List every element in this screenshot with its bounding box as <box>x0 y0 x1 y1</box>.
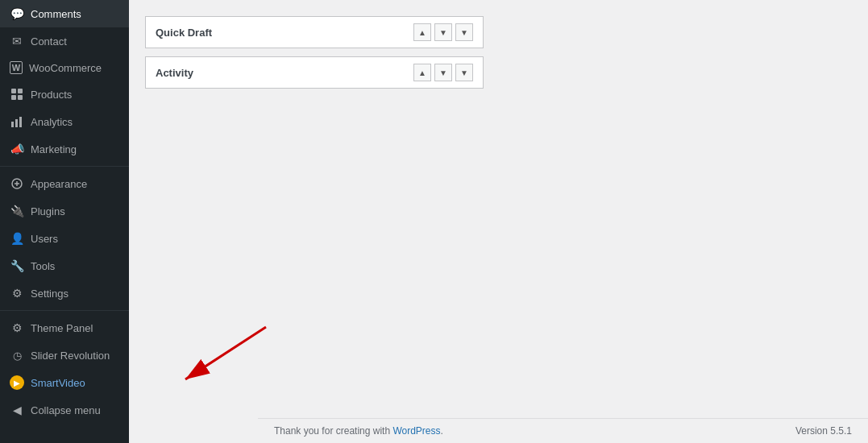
sidebar-item-label: Products <box>31 89 72 101</box>
sidebar-item-settings[interactable]: ⚙ Settings <box>0 279 129 307</box>
sidebar-item-appearance[interactable]: Appearance <box>0 170 129 197</box>
footer: Thank you for creating with WordPress. V… <box>258 418 868 443</box>
theme-panel-icon: ⚙ <box>10 321 24 335</box>
main-content: Quick Draft ▲ ▼ ▼ Activity ▲ ▼ ▼ Thank <box>129 0 868 443</box>
sidebar-item-plugins[interactable]: 🔌 Plugins <box>0 197 129 225</box>
comments-icon: 💬 <box>10 6 24 21</box>
annotation-arrow <box>169 319 274 395</box>
sidebar-item-slider-revolution[interactable]: ◷ Slider Revolution <box>0 342 129 369</box>
svg-rect-3 <box>18 95 23 100</box>
sidebar-item-products[interactable]: Products <box>0 81 129 108</box>
sidebar-item-label: Theme Panel <box>31 322 93 334</box>
appearance-icon <box>10 176 24 191</box>
plugins-icon: 🔌 <box>10 204 24 218</box>
sidebar: 💬 Comments ✉ Contact W WooCommerce Produ… <box>0 0 129 443</box>
smart-video-icon: ▶ <box>10 375 24 390</box>
activity-title: Activity <box>156 67 193 79</box>
quick-draft-up-button[interactable]: ▲ <box>413 23 431 41</box>
quick-draft-down-button[interactable]: ▼ <box>434 23 452 41</box>
quick-draft-widget: Quick Draft ▲ ▼ ▼ <box>145 16 484 48</box>
sidebar-item-marketing[interactable]: 📣 Marketing <box>0 135 129 163</box>
sidebar-item-label: Marketing <box>31 143 77 155</box>
sidebar-item-comments[interactable]: 💬 Comments <box>0 0 129 27</box>
products-icon <box>10 87 24 101</box>
svg-rect-5 <box>15 119 18 127</box>
collapse-menu-icon: ◀ <box>10 403 24 417</box>
activity-controls: ▲ ▼ ▼ <box>413 64 473 81</box>
sidebar-item-label: Slider Revolution <box>31 350 110 362</box>
sidebar-item-label: Plugins <box>31 205 65 217</box>
marketing-icon: 📣 <box>10 142 24 156</box>
svg-rect-1 <box>18 89 23 93</box>
wordpress-link[interactable]: WordPress <box>392 425 440 437</box>
sidebar-item-label: Contact <box>31 35 67 48</box>
quick-draft-title: Quick Draft <box>156 27 212 39</box>
sidebar-item-label: Appearance <box>31 178 87 190</box>
sidebar-item-label: Collapse menu <box>31 404 101 416</box>
svg-rect-2 <box>11 95 16 100</box>
sidebar-item-collapse-menu[interactable]: ◀ Collapse menu <box>0 396 129 424</box>
activity-toggle-button[interactable]: ▼ <box>455 64 473 81</box>
activity-widget: Activity ▲ ▼ ▼ <box>145 56 484 89</box>
quick-draft-toggle-button[interactable]: ▼ <box>455 23 473 41</box>
sidebar-item-label: SmartVideo <box>31 377 85 389</box>
tools-icon: 🔧 <box>10 259 24 273</box>
sidebar-item-smart-video[interactable]: ▶ SmartVideo <box>0 369 129 396</box>
svg-rect-6 <box>19 117 22 127</box>
footer-credit: Thank you for creating with WordPress. <box>274 425 443 437</box>
sidebar-item-label: Users <box>31 233 58 245</box>
svg-line-9 <box>185 327 266 379</box>
sidebar-item-theme-panel[interactable]: ⚙ Theme Panel <box>0 314 129 342</box>
users-icon: 👤 <box>10 231 24 246</box>
svg-rect-0 <box>11 89 16 93</box>
sidebar-item-users[interactable]: 👤 Users <box>0 225 129 252</box>
sidebar-item-analytics[interactable]: Analytics <box>0 108 129 135</box>
svg-rect-4 <box>11 122 14 127</box>
analytics-icon <box>10 114 24 129</box>
sidebar-item-label: Analytics <box>31 116 73 128</box>
slider-revolution-icon: ◷ <box>10 348 24 362</box>
sidebar-item-contact[interactable]: ✉ Contact <box>0 27 129 55</box>
activity-up-button[interactable]: ▲ <box>413 64 431 81</box>
sidebar-item-label: Tools <box>31 260 55 272</box>
woocommerce-icon: W <box>10 61 23 74</box>
sidebar-item-label: WooCommerce <box>29 62 102 74</box>
sidebar-item-label: Comments <box>31 8 81 20</box>
settings-icon: ⚙ <box>10 286 24 300</box>
footer-version: Version 5.5.1 <box>795 425 852 437</box>
sidebar-item-tools[interactable]: 🔧 Tools <box>0 252 129 279</box>
quick-draft-controls: ▲ ▼ ▼ <box>413 23 473 41</box>
sidebar-item-woocommerce[interactable]: W WooCommerce <box>0 55 129 81</box>
sidebar-item-label: Settings <box>31 288 69 300</box>
activity-down-button[interactable]: ▼ <box>434 64 452 81</box>
contact-icon: ✉ <box>10 34 24 48</box>
